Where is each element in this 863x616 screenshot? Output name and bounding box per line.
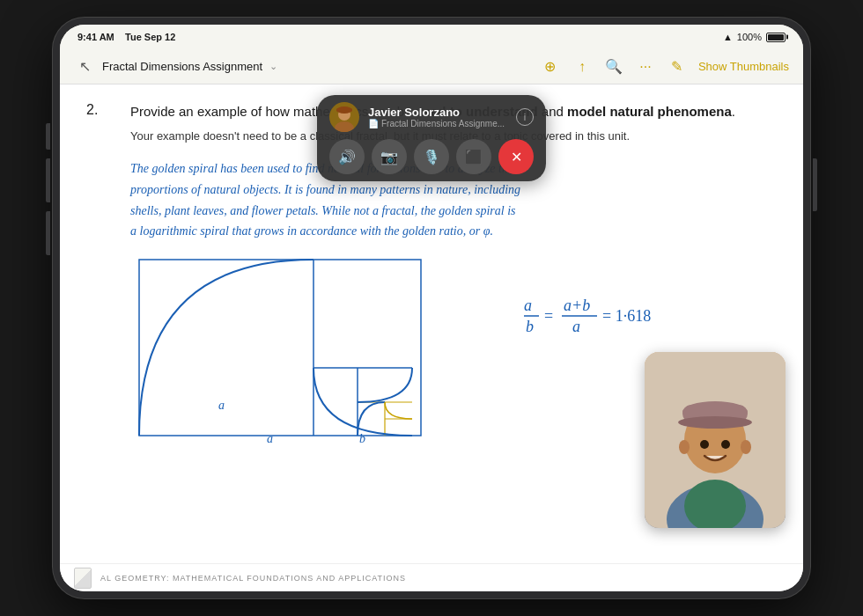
- svg-text:a: a: [572, 318, 580, 335]
- screen-icon: ⬛: [465, 149, 483, 165]
- toolbar-right: ⊕ ↑ 🔍 ··· ✎ Show Thumbnails: [432, 56, 789, 77]
- bottom-bar: AL GEOMETRY: MATHEMATICAL FOUNDATIONS AN…: [60, 563, 803, 591]
- handwritten-text-line3: shells, plant leaves, and flower petals.…: [130, 201, 768, 222]
- content-area: 2. Provide an example of how mathematics…: [60, 84, 803, 563]
- svg-point-30: [700, 440, 709, 449]
- battery-fill: [768, 34, 784, 40]
- svg-point-19: [335, 121, 354, 132]
- info-label: i: [524, 112, 526, 122]
- video-button[interactable]: 📷: [372, 139, 407, 174]
- status-icons: ▲ 100%: [723, 32, 786, 42]
- handwritten-text-line2: proportions of natural objects. It is fo…: [130, 180, 768, 201]
- handwritten-text-line4: a logarithmic spiral that grows in accor…: [130, 221, 768, 242]
- search-icon[interactable]: 🔍: [603, 56, 624, 77]
- facetime-controls: 🔊 📷 🎙️ ⬛ ✕: [329, 139, 534, 174]
- doc-icon: 📄: [368, 119, 379, 128]
- book-title-label: AL GEOMETRY: MATHEMATICAL FOUNDATIONS AN…: [100, 574, 406, 583]
- people-icon[interactable]: ⊕: [540, 56, 561, 77]
- svg-rect-0: [139, 260, 421, 436]
- svg-text:a: a: [524, 297, 532, 314]
- battery-percent: 100%: [737, 32, 762, 42]
- svg-text:b: b: [526, 318, 534, 335]
- svg-text:= 1·618: = 1·618: [602, 307, 651, 325]
- caller-doc-label: Fractal Dimensions Assignme...: [381, 119, 505, 128]
- question-number: 2.: [86, 102, 98, 118]
- caller-avatar: [329, 102, 359, 132]
- svg-point-29: [678, 416, 752, 429]
- document-title[interactable]: Fractal Dimensions Assignment: [102, 60, 262, 73]
- screen-share-button[interactable]: ⬛: [456, 139, 491, 174]
- ipad-frame: 9:41 AM Tue Sep 12 ▲ 100% ↖ Fractal Dime…: [53, 18, 810, 598]
- speaker-icon: 🔊: [338, 149, 356, 165]
- svg-point-33: [741, 440, 751, 454]
- caller-info: Javier Solorzano 📄 Fractal Dimensions As…: [368, 106, 507, 128]
- formula-display: a b = a+b a =: [520, 286, 696, 360]
- end-call-button[interactable]: ✕: [498, 139, 534, 174]
- formula-svg: a b = a+b a =: [520, 286, 696, 356]
- pencil-icon[interactable]: ✎: [667, 56, 688, 77]
- svg-text:b: b: [359, 432, 365, 444]
- time-display: 9:41 AM: [77, 32, 114, 42]
- title-chevron-icon[interactable]: ⌄: [269, 61, 277, 72]
- svg-text:a+b: a+b: [564, 297, 590, 314]
- toolbar-left: ↖ Fractal Dimensions Assignment ⌄: [74, 56, 432, 77]
- camera-preview: [645, 352, 786, 528]
- info-button[interactable]: i: [516, 108, 534, 126]
- caller-document: 📄 Fractal Dimensions Assignme...: [368, 119, 507, 128]
- svg-text:=: =: [544, 307, 553, 325]
- svg-text:a: a: [218, 399, 225, 412]
- power-button[interactable]: [813, 158, 817, 211]
- toolbar: ↖ Fractal Dimensions Assignment ⌄ ⊕ ↑ 🔍 …: [60, 49, 803, 84]
- date-display: Tue Sep 12: [125, 32, 175, 42]
- page-thumbnail-icon: [74, 568, 92, 589]
- share-icon[interactable]: ↑: [572, 56, 593, 77]
- battery-icon: [766, 33, 786, 42]
- show-thumbnails-button[interactable]: Show Thumbnails: [698, 60, 789, 73]
- back-icon[interactable]: ↖: [74, 56, 95, 77]
- formula-area: a b = a+b a =: [447, 251, 768, 360]
- svg-rect-21: [336, 108, 352, 112]
- ipad-screen: 9:41 AM Tue Sep 12 ▲ 100% ↖ Fractal Dime…: [60, 25, 803, 591]
- mic-button[interactable]: 🎙️: [414, 139, 449, 174]
- audio-button[interactable]: 🔊: [329, 139, 365, 174]
- end-call-icon: ✕: [511, 149, 522, 165]
- status-bar: 9:41 AM Tue Sep 12 ▲ 100%: [60, 25, 803, 49]
- mic-icon: 🎙️: [423, 149, 440, 165]
- facetime-hud: Javier Solorzano 📄 Fractal Dimensions As…: [317, 95, 546, 181]
- person-photo: [645, 352, 786, 528]
- spiral-svg: a a b: [130, 251, 430, 444]
- spiral-diagram: a a b: [130, 251, 430, 444]
- facetime-caller-info: Javier Solorzano 📄 Fractal Dimensions As…: [329, 102, 534, 132]
- volume-up-button[interactable]: [46, 123, 50, 150]
- camera-icon: 📷: [380, 149, 398, 165]
- more-icon[interactable]: ···: [635, 56, 656, 77]
- svg-point-32: [679, 440, 690, 454]
- mute-switch[interactable]: [46, 211, 50, 255]
- caller-name: Javier Solorzano: [368, 106, 507, 119]
- svg-text:a: a: [267, 432, 273, 444]
- status-time: 9:41 AM Tue Sep 12: [77, 32, 175, 42]
- svg-point-31: [721, 440, 730, 449]
- person-svg: [645, 352, 786, 528]
- volume-down-button[interactable]: [46, 158, 50, 202]
- wifi-icon: ▲: [723, 32, 733, 42]
